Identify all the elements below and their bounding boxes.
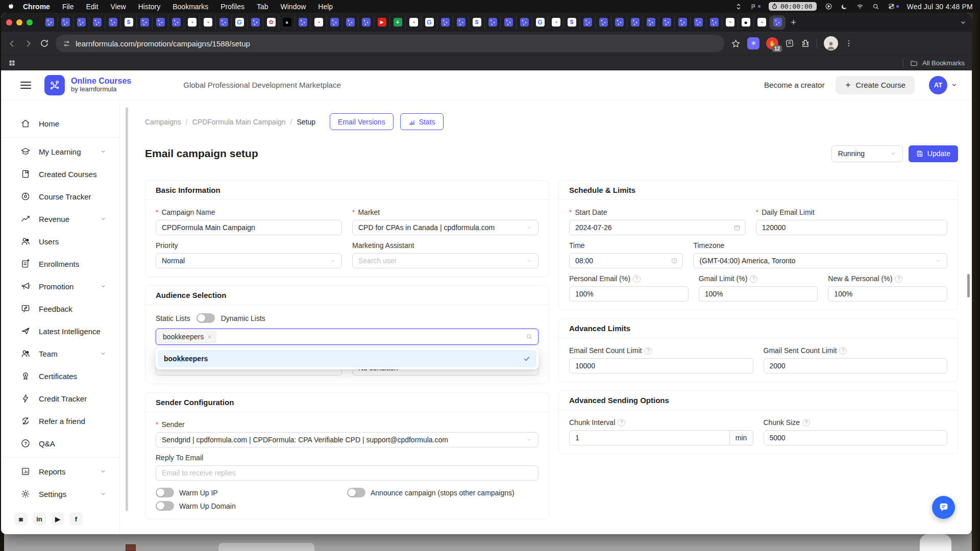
browser-tab[interactable]: ▶ — [374, 15, 390, 30]
sidebar-item-my-learning[interactable]: My Learning — [1, 140, 119, 163]
browser-tab[interactable] — [517, 15, 532, 30]
browser-tab[interactable] — [42, 15, 58, 30]
breadcrumb-cpdformula-main-campaign[interactable]: CPDFormula Main Campaign — [192, 118, 286, 126]
browser-tab[interactable] — [627, 15, 643, 30]
new-tab-button[interactable]: + — [791, 17, 796, 27]
sidebar-item-q-a[interactable]: ?Q&A — [1, 432, 119, 455]
hamburger-menu-icon[interactable] — [20, 82, 31, 89]
browser-tab[interactable] — [643, 15, 659, 30]
help-icon[interactable] — [750, 275, 757, 283]
warm-up-domain-toggle[interactable] — [156, 501, 174, 511]
sidebar-item-home[interactable]: Home — [1, 112, 119, 135]
close-window-button[interactable] — [6, 19, 12, 26]
time-input[interactable] — [569, 253, 683, 268]
sidebar-scrollbar[interactable] — [126, 107, 128, 511]
forward-button[interactable] — [23, 39, 33, 48]
browser-tab[interactable] — [659, 15, 675, 30]
address-bar[interactable]: learnformula.com/promotion/campaigns/158… — [56, 35, 724, 52]
wifi-icon[interactable] — [856, 3, 864, 10]
browser-tab[interactable] — [770, 15, 786, 30]
youtube-icon[interactable]: ▶ — [51, 512, 64, 525]
profile-avatar[interactable] — [824, 36, 838, 51]
browser-tab[interactable] — [358, 15, 374, 30]
new-personal-input[interactable] — [828, 286, 947, 302]
warm-up-ip-toggle[interactable] — [156, 488, 174, 497]
browser-tab[interactable] — [485, 15, 501, 30]
zoom-window-button[interactable] — [27, 19, 33, 26]
browser-tab[interactable]: + — [390, 15, 406, 30]
email-sent-count-limit-input[interactable] — [569, 358, 753, 373]
menu-view[interactable]: View — [111, 3, 126, 11]
browser-tab[interactable]: ● — [738, 15, 754, 30]
sidebar-item-enrollments[interactable]: Enrollments — [1, 253, 119, 275]
menu-window[interactable]: Window — [281, 3, 306, 11]
browser-tab[interactable] — [58, 15, 74, 30]
menu-help[interactable]: Help — [318, 3, 333, 11]
browser-tab[interactable] — [706, 15, 722, 30]
browser-tab[interactable] — [153, 15, 168, 30]
daily-email-limit-input[interactable] — [756, 220, 947, 235]
menu-chrome[interactable]: Chrome — [23, 3, 50, 11]
browser-tab[interactable]: G — [532, 15, 548, 30]
marketing-assistant-select[interactable]: Search user — [352, 253, 538, 268]
app-logo[interactable] — [44, 75, 65, 95]
email-versions-button[interactable]: Email Versions — [330, 113, 394, 130]
control-center-icon[interactable] — [888, 3, 899, 10]
chunk-size-input[interactable] — [764, 430, 948, 445]
reply-to-email-input[interactable] — [156, 465, 538, 481]
sender-select[interactable]: Sendgrid | cpdformula.com | CPDFormula: … — [156, 432, 538, 447]
sidebar-item-credit-tracker[interactable]: Credit Tracker — [1, 387, 119, 410]
sidebar-item-certificates[interactable]: Certificates — [1, 365, 119, 387]
flag-status-icon[interactable] — [750, 3, 761, 10]
extension-notes-icon[interactable] — [785, 39, 794, 48]
browser-tab[interactable] — [168, 15, 184, 30]
remove-tag-icon[interactable] — [207, 335, 212, 339]
back-button[interactable] — [7, 39, 17, 48]
tab-search-chevron-icon[interactable] — [960, 19, 967, 26]
apps-grid-icon[interactable] — [8, 59, 16, 67]
start-date-input[interactable] — [569, 220, 746, 235]
timezone-select[interactable]: (GMT-04:00) America, Toronto — [693, 253, 947, 268]
browser-tab[interactable] — [501, 15, 517, 30]
priority-select[interactable]: Normal — [156, 253, 342, 268]
play-status-icon[interactable] — [825, 3, 832, 10]
extension-blocker-icon[interactable]: ✋ 12 — [766, 37, 778, 49]
all-bookmarks[interactable]: All Bookmarks — [903, 59, 965, 67]
create-course-button[interactable]: Create Course — [836, 76, 915, 94]
facebook-icon[interactable]: f — [69, 512, 83, 525]
browser-tab[interactable]: ▲ — [279, 15, 295, 30]
dropdown-option-bookkeepers[interactable]: bookkeepers — [158, 350, 536, 367]
market-select[interactable]: CPD for CPAs in Canada | cpdformula.com — [352, 220, 538, 235]
bookmark-star-icon[interactable] — [731, 39, 741, 48]
browser-tab[interactable] — [327, 15, 342, 30]
gmail-sent-count-limit-input[interactable] — [764, 358, 948, 373]
sidebar-item-course-tracker[interactable]: Course Tracker — [1, 185, 119, 208]
user-menu[interactable]: AT — [929, 76, 958, 94]
extensions-puzzle-icon[interactable] — [801, 39, 810, 48]
browser-tab[interactable] — [137, 15, 153, 30]
browser-tab[interactable]: S — [564, 15, 580, 30]
breadcrumb-campaigns[interactable]: Campaigns — [145, 118, 181, 126]
sidebar-item-feedback[interactable]: Feedback — [1, 297, 119, 320]
sidebar-item-reports[interactable]: Reports — [1, 460, 119, 483]
browser-tab[interactable] — [342, 15, 358, 30]
browser-tab[interactable] — [248, 15, 263, 30]
sidebar-item-promotion[interactable]: Promotion — [1, 275, 119, 297]
browser-tab[interactable] — [596, 15, 611, 30]
help-icon[interactable] — [802, 419, 810, 427]
updown-arrows-icon[interactable] — [735, 3, 742, 10]
instagram-icon[interactable]: ◙ — [14, 512, 28, 525]
browser-tab[interactable]: ◔ — [200, 15, 216, 30]
sidebar-item-latest-intelligence[interactable]: Latest Intelligence — [1, 320, 119, 342]
help-icon[interactable] — [618, 419, 625, 427]
browser-tab[interactable]: ◔ — [184, 15, 200, 30]
sidebar-item-settings[interactable]: Settings — [1, 483, 119, 505]
browser-tab[interactable]: G — [422, 15, 437, 30]
logo-text[interactable]: Online Courses by learnformula — [71, 77, 131, 93]
browser-tab[interactable] — [74, 15, 89, 30]
gmail-limit-input[interactable] — [699, 286, 818, 302]
lists-mode-toggle[interactable] — [197, 313, 215, 323]
help-icon[interactable] — [895, 275, 902, 283]
browser-tab[interactable] — [691, 15, 706, 30]
sidebar-item-created-courses[interactable]: Created Courses — [1, 163, 119, 185]
